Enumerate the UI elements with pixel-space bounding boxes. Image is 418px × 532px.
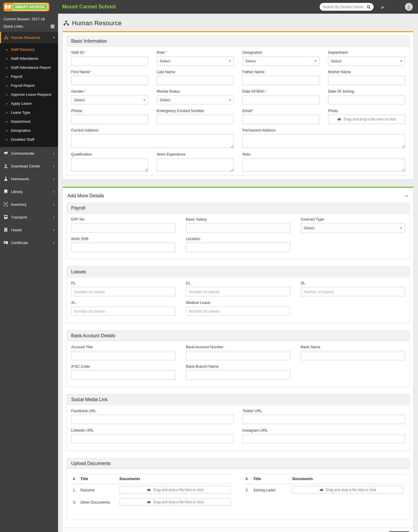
calendar-icon[interactable] bbox=[380, 4, 385, 10]
epf-no-input[interactable] bbox=[71, 223, 175, 232]
gender-select[interactable]: Select bbox=[71, 95, 148, 104]
qualification-field: Qualification bbox=[71, 152, 148, 172]
email-label: Email* bbox=[242, 109, 319, 113]
twitter-url-input[interactable] bbox=[242, 415, 405, 424]
ifsc-code-input[interactable] bbox=[71, 370, 175, 380]
current-address-textarea[interactable] bbox=[71, 134, 234, 148]
bus-icon bbox=[3, 215, 8, 219]
designation-select[interactable]: Select bbox=[242, 56, 319, 66]
submenu-item-leave-type[interactable]: Leave Type bbox=[0, 108, 58, 117]
chevron-left-icon bbox=[53, 203, 55, 206]
sidebar-item-homework[interactable]: Homework bbox=[0, 172, 58, 185]
sidebar-item-human-resource[interactable]: Human Resource bbox=[0, 32, 58, 43]
phone-input[interactable] bbox=[71, 115, 148, 124]
search-icon[interactable] bbox=[367, 5, 371, 9]
joining-letter-dropzone[interactable]: Drag and drop a file here or click bbox=[292, 486, 403, 494]
instagram-url-input[interactable] bbox=[242, 434, 405, 443]
cl-input[interactable] bbox=[186, 287, 290, 296]
submenu-item-apply-leave[interactable]: Apply Leave bbox=[0, 99, 58, 108]
bank-account-header: Bank Account Details bbox=[67, 331, 409, 341]
department-select[interactable]: Select bbox=[328, 56, 405, 66]
user-avatar[interactable] bbox=[405, 3, 413, 11]
date-of-joining-input[interactable] bbox=[328, 95, 405, 104]
add-more-details-title: Add More Details bbox=[67, 193, 104, 199]
sidebar-item-label: Hostel bbox=[11, 228, 22, 232]
work-experience-textarea[interactable] bbox=[157, 158, 234, 172]
mother-name-input[interactable] bbox=[328, 76, 405, 85]
user-icon bbox=[407, 5, 411, 9]
instagram-url-field: Instagram URL bbox=[242, 428, 405, 443]
sl-input[interactable] bbox=[301, 287, 405, 296]
pl-input[interactable] bbox=[71, 287, 175, 296]
logo-book-icon bbox=[5, 4, 11, 10]
xl-field: XL bbox=[71, 300, 175, 316]
qualification-label: Qualification bbox=[71, 152, 148, 156]
sidebar-item-library[interactable]: Library bbox=[0, 185, 58, 198]
submenu-label: Department bbox=[11, 119, 30, 124]
submenu-item-department[interactable]: Department bbox=[0, 117, 58, 126]
emergency-contact-input[interactable] bbox=[157, 115, 234, 124]
cloud-upload-icon bbox=[337, 118, 342, 121]
work-shift-input[interactable] bbox=[71, 243, 175, 252]
submenu-label: Leave Type bbox=[11, 110, 30, 115]
submenu-item-staff-directory[interactable]: Staff Directory bbox=[0, 45, 58, 54]
other-documents-dropzone[interactable]: Drag and drop a file here or click bbox=[120, 498, 230, 506]
permanent-address-textarea[interactable] bbox=[242, 134, 405, 148]
submenu-label: Approve Leave Request bbox=[11, 92, 51, 97]
qualification-textarea[interactable] bbox=[71, 158, 148, 172]
search-input[interactable] bbox=[322, 5, 367, 9]
submenu-item-approve-leave-request[interactable]: Approve Leave Request bbox=[0, 90, 58, 99]
table-row: 2. Joining Letter Drag and drop a file h… bbox=[244, 484, 405, 496]
doc-row-num: 1. bbox=[71, 484, 79, 496]
submenu-item-disabled-staff[interactable]: Disabled Staff bbox=[0, 135, 58, 144]
submenu-item-staff-attendance[interactable]: Staff Attendance bbox=[0, 54, 58, 63]
linkedin-url-input[interactable] bbox=[71, 434, 234, 443]
sidebar-item-label: Library bbox=[11, 190, 23, 194]
xl-input[interactable] bbox=[71, 306, 175, 316]
select-value: Select bbox=[245, 59, 256, 63]
location-input[interactable] bbox=[186, 243, 290, 252]
sidebar-item-download-center[interactable]: Download Center bbox=[0, 160, 58, 172]
bank-name-input[interactable] bbox=[301, 351, 405, 360]
sidebar-item-inventory[interactable]: Inventory bbox=[0, 198, 58, 211]
first-name-input[interactable] bbox=[71, 76, 148, 85]
quick-links[interactable]: Quick Links bbox=[0, 22, 58, 32]
select-value: Select bbox=[331, 59, 341, 63]
photo-dropzone[interactable]: Drag and drop a file here or click bbox=[328, 115, 405, 124]
role-select[interactable]: Select bbox=[157, 56, 234, 66]
ifsc-code-field: IFSC Code bbox=[71, 364, 175, 380]
bank-account-number-input[interactable] bbox=[186, 351, 290, 360]
note-field: Note bbox=[242, 152, 405, 172]
note-textarea[interactable] bbox=[242, 158, 405, 172]
email-input[interactable] bbox=[242, 115, 319, 124]
submenu-item-designation[interactable]: Designation bbox=[0, 126, 58, 135]
chevron-down-icon bbox=[53, 37, 55, 38]
marital-status-select[interactable]: Select bbox=[157, 95, 234, 104]
app-logo[interactable]: SMART SCHOOL bbox=[0, 3, 58, 11]
sidebar-item-certificate[interactable]: Certificate bbox=[0, 236, 58, 249]
sidebar-item-communicate[interactable]: Communicate bbox=[0, 147, 58, 160]
last-name-field: Last Name bbox=[157, 70, 234, 85]
father-name-input[interactable] bbox=[242, 76, 319, 85]
account-title-input[interactable] bbox=[71, 351, 175, 360]
last-name-input[interactable] bbox=[157, 76, 234, 85]
staff-id-input[interactable] bbox=[71, 56, 148, 66]
sidebar-item-transport[interactable]: Transport bbox=[0, 211, 58, 223]
submenu-item-payroll-report[interactable]: Payroll Report bbox=[0, 81, 58, 90]
doc-row-num: 3. bbox=[71, 496, 79, 508]
sidebar-item-hostel[interactable]: Hostel bbox=[0, 223, 58, 236]
contract-type-field: Contract Type Select bbox=[301, 217, 405, 232]
submenu-item-staff-attendance-report[interactable]: Staff Attendance Report bbox=[0, 63, 58, 72]
location-field: Location bbox=[186, 237, 290, 252]
contract-type-select[interactable]: Select bbox=[301, 223, 405, 232]
collapse-minus-icon[interactable] bbox=[404, 194, 409, 198]
resume-dropzone[interactable]: Drag and drop a file here or click bbox=[120, 486, 230, 494]
submenu-item-payroll[interactable]: Payroll bbox=[0, 72, 58, 81]
date-of-birth-input[interactable] bbox=[242, 95, 319, 104]
basic-salary-input[interactable] bbox=[186, 223, 290, 232]
instagram-url-label: Instagram URL bbox=[242, 428, 405, 432]
bank-branch-input[interactable] bbox=[186, 370, 290, 380]
task-check-icon[interactable] bbox=[392, 4, 398, 10]
facebook-url-input[interactable] bbox=[71, 415, 234, 424]
medical-leave-input[interactable] bbox=[186, 306, 290, 316]
